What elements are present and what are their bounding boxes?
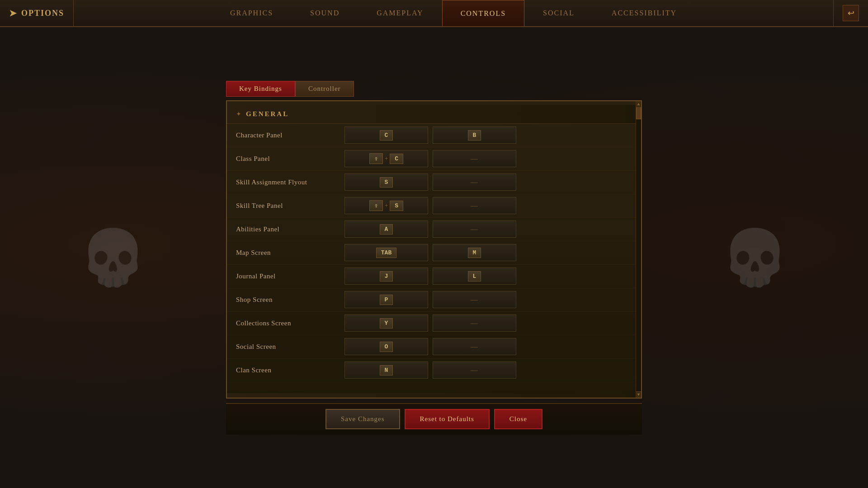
binding-keys: Y —	[344, 314, 627, 332]
key-badge: S	[390, 201, 403, 211]
key-badge: A	[380, 224, 393, 235]
binding-label-character-panel: Character Panel	[236, 131, 344, 139]
binding-label-shop: Shop Screen	[236, 296, 344, 304]
secondary-key-shop[interactable]: —	[433, 291, 516, 308]
key-badge: ⇧	[369, 153, 383, 164]
key-badge: ⇧	[369, 200, 383, 211]
binding-label-class-panel: Class Panel	[236, 155, 344, 163]
general-section-header: ✦ GENERAL	[227, 105, 636, 124]
undo-button[interactable]: ↩	[843, 5, 859, 21]
table-row: Character Panel C B	[227, 124, 636, 147]
binding-keys: ⇧ + C —	[344, 150, 627, 167]
secondary-key-collections[interactable]: —	[433, 314, 516, 332]
back-label: OPTIONS	[21, 9, 64, 18]
key-empty: —	[471, 225, 479, 233]
top-nav: ➤ OPTIONS GRAPHICS SOUND GAMEPLAY CONTRO…	[0, 0, 868, 27]
key-empty: —	[471, 155, 479, 163]
key-empty: —	[471, 202, 479, 210]
tab-social[interactable]: SOCIAL	[524, 0, 593, 26]
section-icon: ✦	[236, 110, 241, 118]
secondary-key-abilities[interactable]: —	[433, 221, 516, 238]
secondary-key-journal[interactable]: L	[433, 267, 516, 285]
binding-keys: N —	[344, 361, 627, 379]
panel-wrapper: Key Bindings Controller ✦ GENERAL Charac…	[226, 81, 642, 435]
key-badge: N	[380, 365, 393, 375]
tab-gameplay[interactable]: GAMEPLAY	[358, 0, 442, 26]
secondary-key-social[interactable]: —	[433, 338, 516, 355]
binding-label-journal: Journal Panel	[236, 272, 344, 280]
table-row: Shop Screen P —	[227, 288, 636, 312]
back-button[interactable]: ➤ OPTIONS	[0, 0, 74, 26]
secondary-key-character-panel[interactable]: B	[433, 127, 516, 144]
tab-accessibility[interactable]: ACCESSIBILITY	[593, 0, 695, 26]
binding-keys: J L	[344, 267, 627, 285]
table-row: Collections Screen Y —	[227, 312, 636, 335]
primary-key-journal[interactable]: J	[344, 267, 428, 285]
reset-to-defaults-button[interactable]: Reset to Defaults	[405, 409, 490, 429]
key-badge: O	[380, 342, 393, 352]
secondary-key-class-panel[interactable]: —	[433, 150, 516, 167]
primary-key-social[interactable]: O	[344, 338, 428, 355]
tab-controls[interactable]: CONTROLS	[442, 0, 524, 26]
binding-keys: O —	[344, 338, 627, 355]
table-row: Journal Panel J L	[227, 265, 636, 288]
scrollbar-track[interactable]: ▲ ▼	[636, 101, 641, 398]
table-row: Skill Tree Panel ⇧ + S —	[227, 194, 636, 218]
scroll-panel[interactable]: ✦ GENERAL Character Panel C B	[226, 100, 642, 399]
secondary-key-skill-tree[interactable]: —	[433, 197, 516, 214]
table-row: Abilities Panel A —	[227, 218, 636, 241]
binding-keys: A —	[344, 221, 627, 238]
main-content: Key Bindings Controller ✦ GENERAL Charac…	[0, 27, 868, 488]
key-badge: C	[390, 154, 403, 164]
save-changes-button[interactable]: Save Changes	[326, 409, 400, 429]
bottom-actions: Save Changes Reset to Defaults Close	[226, 403, 642, 435]
primary-key-clan[interactable]: N	[344, 361, 428, 379]
key-empty: —	[471, 178, 479, 186]
key-badge: J	[380, 271, 393, 282]
key-badge: L	[468, 271, 481, 282]
key-empty: —	[471, 366, 479, 374]
binding-keys: P —	[344, 291, 627, 308]
scrollbar-down-button[interactable]: ▼	[636, 391, 641, 398]
tab-buttons: Key Bindings Controller	[226, 81, 642, 97]
scrollbar-up-button[interactable]: ▲	[636, 101, 641, 108]
binding-keys: S —	[344, 174, 627, 191]
back-arrow-icon: ➤	[9, 8, 18, 19]
primary-key-class-panel[interactable]: ⇧ + C	[344, 150, 428, 167]
primary-key-skill-flyout[interactable]: S	[344, 174, 428, 191]
primary-key-collections[interactable]: Y	[344, 314, 428, 332]
binding-label-skill-tree: Skill Tree Panel	[236, 202, 344, 210]
key-plus: +	[385, 202, 388, 209]
primary-key-character-panel[interactable]: C	[344, 127, 428, 144]
gameplay-section-header: ✦ GAMEPLAY	[227, 393, 636, 398]
key-bindings-tab[interactable]: Key Bindings	[226, 81, 295, 97]
tab-graphics[interactable]: GRAPHICS	[212, 0, 292, 26]
binding-label-map: Map Screen	[236, 249, 344, 257]
primary-key-map[interactable]: TAB	[344, 244, 428, 261]
binding-label-social: Social Screen	[236, 343, 344, 351]
binding-label-abilities: Abilities Panel	[236, 225, 344, 233]
close-button[interactable]: Close	[494, 409, 542, 429]
table-row: Skill Assignment Flyout S —	[227, 171, 636, 194]
primary-key-abilities[interactable]: A	[344, 221, 428, 238]
undo-area: ↩	[833, 0, 868, 26]
secondary-key-clan[interactable]: —	[433, 361, 516, 379]
key-badge: M	[468, 248, 481, 258]
key-badge: TAB	[376, 248, 396, 258]
primary-key-skill-tree[interactable]: ⇧ + S	[344, 197, 428, 214]
table-row: Class Panel ⇧ + C —	[227, 147, 636, 171]
controller-tab[interactable]: Controller	[295, 81, 354, 97]
secondary-key-skill-flyout[interactable]: —	[433, 174, 516, 191]
key-empty: —	[471, 319, 479, 327]
tab-sound[interactable]: SOUND	[292, 0, 358, 26]
secondary-key-map[interactable]: M	[433, 244, 516, 261]
binding-keys: C B	[344, 127, 627, 144]
binding-label-skill-flyout: Skill Assignment Flyout	[236, 178, 344, 186]
key-badge: P	[380, 295, 393, 305]
scroll-content[interactable]: ✦ GENERAL Character Panel C B	[227, 101, 636, 398]
primary-key-shop[interactable]: P	[344, 291, 428, 308]
key-badge: Y	[380, 318, 393, 328]
binding-label-clan: Clan Screen	[236, 366, 344, 374]
table-row: Social Screen O —	[227, 335, 636, 359]
binding-keys: TAB M	[344, 244, 627, 261]
